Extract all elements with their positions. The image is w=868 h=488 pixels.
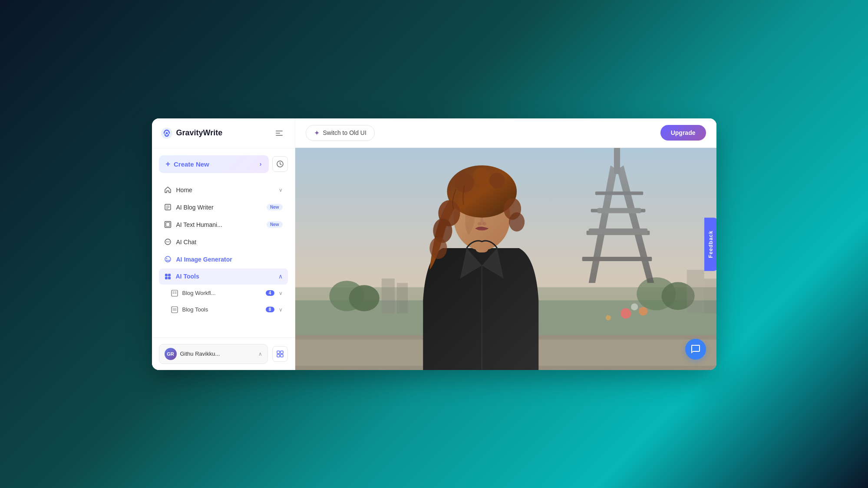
switch-old-ui-button[interactable]: ✦ Switch to Old UI (306, 125, 375, 141)
ai-tools-icon (164, 273, 172, 280)
svg-rect-40 (597, 208, 640, 213)
svg-point-44 (620, 308, 631, 318)
svg-point-56 (477, 222, 481, 225)
hero-image-area (295, 148, 716, 370)
ai-text-humanizer-badge: New (267, 221, 283, 228)
app-window: GravityWrite + Create New › (152, 118, 716, 370)
chat-fab-icon (690, 344, 701, 354)
svg-rect-16 (168, 274, 171, 276)
svg-rect-38 (614, 148, 620, 174)
svg-point-64 (455, 173, 474, 192)
home-icon (164, 186, 172, 194)
blog-writer-icon (164, 203, 172, 211)
ai-chat-label: AI Chat (176, 239, 283, 246)
sidebar-item-ai-image-generator[interactable]: AI Image Generator (159, 251, 288, 268)
svg-rect-3 (276, 133, 280, 134)
svg-point-47 (605, 315, 611, 320)
svg-rect-69 (686, 270, 704, 313)
svg-point-11 (168, 242, 168, 242)
svg-rect-8 (166, 223, 170, 226)
history-button[interactable] (272, 156, 288, 172)
svg-point-12 (169, 242, 170, 242)
home-label: Home (176, 187, 274, 193)
sidebar-footer: GR Githu Ravikku... ∧ (152, 337, 295, 370)
svg-point-45 (639, 307, 647, 315)
svg-point-46 (631, 303, 638, 310)
ai-image-generator-label: AI Image Generator (176, 256, 283, 263)
svg-rect-2 (276, 131, 283, 131)
ai-blog-writer-label: AI Blog Writer (176, 204, 262, 211)
text-humanizer-icon (164, 221, 172, 229)
ai-tools-chevron: ∧ (278, 273, 283, 280)
sidebar-item-ai-blog-writer[interactable]: AI Blog Writer New (159, 199, 288, 216)
svg-rect-37 (582, 256, 652, 261)
grid-button[interactable] (272, 346, 288, 362)
svg-rect-67 (381, 278, 394, 313)
blog-tools-icon (171, 306, 178, 313)
ai-tools-label: AI Tools (176, 273, 274, 280)
main-content: ✦ Switch to Old UI Upgrade (295, 118, 716, 370)
svg-rect-19 (172, 290, 178, 296)
user-name: Githu Ravikku... (180, 350, 255, 357)
create-new-label: Create New (174, 160, 209, 168)
paris-hero-image (295, 148, 716, 370)
home-chevron: ∨ (279, 187, 283, 193)
sidebar: GravityWrite + Create New › (152, 118, 295, 370)
sidebar-item-blog-workflow[interactable]: Blog Workfl... 4 ∨ (166, 285, 288, 301)
svg-point-63 (509, 212, 525, 231)
ai-chat-icon (164, 238, 172, 246)
plus-icon: + (166, 160, 171, 169)
svg-point-10 (166, 242, 167, 242)
sidebar-item-ai-text-humanizer[interactable]: AI Text Humani... New (159, 216, 288, 233)
chat-fab-button[interactable] (685, 339, 706, 360)
feedback-tab[interactable]: Feedback (704, 217, 716, 271)
svg-point-66 (489, 173, 505, 188)
blog-workflow-chevron: ∨ (279, 290, 283, 296)
sparkle-icon: ✦ (314, 129, 320, 137)
svg-rect-4 (276, 135, 283, 136)
svg-rect-18 (168, 277, 171, 279)
ai-tools-content: Blog Workfl... 4 ∨ Blog Tools 8 (159, 285, 288, 318)
svg-rect-15 (165, 274, 168, 276)
switch-old-ui-label: Switch to Old UI (323, 129, 366, 136)
svg-point-14 (166, 258, 167, 259)
user-profile-button[interactable]: GR Githu Ravikku... ∧ (159, 344, 268, 364)
sidebar-content: + Create New › Home (152, 148, 295, 337)
upgrade-button[interactable]: Upgrade (660, 125, 706, 141)
svg-point-57 (482, 222, 486, 225)
create-new-button[interactable]: + Create New › (159, 155, 269, 173)
svg-point-1 (165, 132, 168, 134)
logo-area: GravityWrite (161, 127, 223, 139)
blog-tools-label: Blog Tools (182, 306, 261, 313)
app-name: GravityWrite (176, 128, 223, 138)
ai-image-icon (164, 255, 172, 263)
blog-tools-count: 8 (266, 307, 274, 312)
svg-point-61 (429, 237, 447, 259)
svg-rect-20 (172, 307, 178, 313)
svg-rect-34 (595, 191, 643, 195)
create-new-chevron: › (260, 160, 262, 167)
svg-rect-21 (277, 351, 280, 354)
sidebar-header: GravityWrite (152, 118, 295, 148)
user-avatar: GR (165, 348, 177, 360)
logo-icon (161, 127, 173, 139)
sidebar-item-home[interactable]: Home ∨ (159, 182, 288, 198)
create-new-row: + Create New › (159, 155, 288, 173)
svg-rect-23 (277, 354, 280, 357)
blog-workflow-count: 4 (266, 290, 274, 296)
svg-point-29 (349, 285, 379, 311)
sidebar-item-ai-chat[interactable]: AI Chat (159, 234, 288, 250)
svg-rect-70 (704, 278, 716, 313)
sidebar-toggle[interactable] (272, 126, 286, 140)
svg-rect-41 (588, 228, 647, 234)
top-bar: ✦ Switch to Old UI Upgrade (295, 118, 716, 148)
sidebar-item-blog-tools[interactable]: Blog Tools 8 ∨ (166, 302, 288, 318)
blog-tools-chevron: ∨ (279, 307, 283, 313)
sidebar-item-ai-tools[interactable]: AI Tools ∧ (159, 269, 288, 285)
ai-text-humanizer-label: AI Text Humani... (176, 221, 262, 228)
svg-rect-68 (397, 283, 408, 313)
svg-rect-24 (281, 354, 283, 357)
svg-point-13 (165, 256, 171, 262)
svg-point-65 (473, 167, 490, 185)
svg-rect-17 (165, 277, 168, 279)
